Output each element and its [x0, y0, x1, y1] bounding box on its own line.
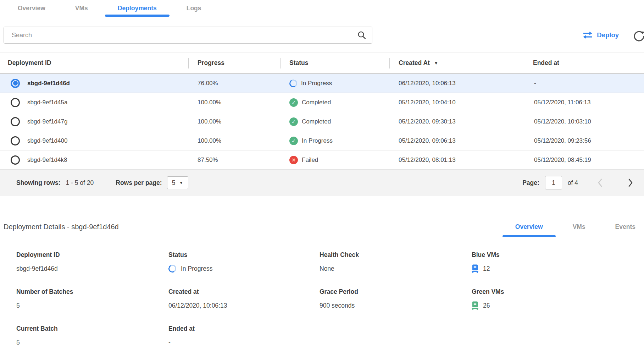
col-deployment-id: Deployment ID [0, 59, 188, 67]
rows-per-page-value: 5 [172, 179, 176, 187]
tab-logs[interactable]: Logs [172, 0, 216, 17]
detail-field: Number of Batches 5 [16, 288, 168, 310]
sort-desc-icon: ▼ [434, 61, 438, 66]
detail-label: Health Check [320, 251, 472, 259]
deployment-id: sbgd-9ef1d400 [27, 137, 67, 144]
spinner-icon [289, 78, 298, 88]
progress-cell: 100.00% [188, 99, 280, 106]
refresh-icon[interactable] [633, 30, 644, 42]
search-input[interactable] [12, 32, 357, 39]
tab-label: Overview [515, 223, 543, 231]
next-page-button[interactable] [626, 177, 635, 189]
detail-label: Grace Period [320, 288, 472, 296]
deployment-id-cell: sbgd-9ef1d47g [0, 117, 188, 126]
vm-icon [472, 264, 478, 273]
deployments-table: Deployment ID Progress Status Created At… [0, 53, 644, 196]
table-row[interactable]: sbgd-9ef1d45a 100.00% ✓ Completed 05/12/… [0, 93, 644, 112]
detail-label: Green VMs [472, 288, 644, 296]
progress-cell: 100.00% [188, 118, 280, 125]
deploy-label: Deploy [597, 31, 619, 39]
status-cell: ✓ Completed [280, 98, 389, 107]
created-at-cell: 05/12/2020, 10:04:10 [389, 99, 524, 106]
tab-label: VMs [573, 223, 585, 231]
detail-field: Deployment ID sbgd-9ef1d46d [16, 251, 168, 273]
chevron-down-icon: ▼ [179, 181, 183, 185]
table-row[interactable]: sbgd-9ef1d47g 100.00% ✓ Completed 05/12/… [0, 112, 644, 131]
showing-rows-label: Showing rows: [16, 179, 60, 187]
table-row[interactable]: sbgd-9ef1d46d 76.00% In Progress 06/12/2… [0, 74, 644, 93]
row-radio[interactable] [11, 117, 20, 126]
status-label: Completed [302, 99, 331, 106]
col-created-at[interactable]: Created At ▼ [389, 59, 524, 67]
deployment-id: sbgd-9ef1d45a [27, 99, 67, 106]
row-radio[interactable] [11, 136, 20, 145]
detail-value: 5 [16, 301, 168, 310]
progress-cell: 76.00% [188, 80, 280, 87]
detail-label: Blue VMs [472, 251, 644, 259]
swap-arrows-icon [582, 31, 593, 39]
tab-label: VMs [75, 5, 88, 12]
table-row[interactable]: sbgd-9ef1d400 100.00% ✓ In Progress 05/1… [0, 131, 644, 150]
pager: Page: of 4 [522, 176, 635, 189]
details-tab-events[interactable]: Events [600, 217, 644, 237]
details-tab-overview[interactable]: Overview [500, 217, 558, 237]
rows-per-page-label: Rows per page: [116, 179, 162, 187]
detail-field: Current Batch 5 [16, 325, 168, 347]
detail-value: 900 seconds [320, 301, 472, 310]
deploy-button[interactable]: Deploy [582, 27, 619, 44]
table-row[interactable]: sbgd-9ef1d4k8 87.50% ✕ Failed 05/12/2020… [0, 150, 644, 170]
details-tab-vms[interactable]: VMs [558, 217, 600, 237]
ended-at-cell: 05/12/2020, 11:06:13 [524, 99, 644, 106]
ended-at-cell: - [524, 80, 644, 87]
detail-value: None [320, 264, 472, 273]
detail-label: Current Batch [16, 325, 168, 332]
detail-value: sbgd-9ef1d46d [16, 264, 168, 273]
deployment-id-cell: sbgd-9ef1d46d [0, 79, 188, 88]
col-status: Status [280, 59, 389, 67]
toolbar: Deploy [4, 27, 640, 44]
row-radio[interactable] [11, 155, 20, 165]
vm-icon [472, 301, 478, 310]
status-cell: In Progress [280, 79, 389, 87]
check-circle-icon: ✓ [289, 137, 298, 145]
detail-value: 26 [472, 301, 644, 310]
status-label: In Progress [301, 80, 332, 87]
detail-label: Created at [168, 288, 320, 296]
deployment-id-cell: sbgd-9ef1d400 [0, 136, 188, 145]
main-tab-bar: OverviewVMsDeploymentsLogs [0, 0, 644, 17]
tab-label: Logs [187, 5, 201, 12]
progress-cell: 87.50% [188, 156, 280, 164]
status-label: Failed [302, 156, 318, 164]
table-header: Deployment ID Progress Status Created At… [0, 53, 644, 74]
page-input[interactable] [545, 176, 562, 189]
row-radio[interactable] [11, 79, 20, 88]
tab-label: Events [615, 223, 635, 231]
search-icon [357, 31, 366, 40]
table-body: sbgd-9ef1d46d 76.00% In Progress 06/12/2… [0, 74, 644, 170]
detail-field: Created at 06/12/2020, 10:06:13 [168, 288, 320, 310]
deployment-id: sbgd-9ef1d4k8 [27, 156, 67, 164]
ended-at-cell: 05/12/2020, 09:23:56 [524, 137, 644, 144]
details-grid: Deployment ID sbgd-9ef1d46d Status In Pr… [0, 251, 644, 347]
prev-page-button[interactable] [596, 177, 604, 189]
tab-overview[interactable]: Overview [3, 0, 60, 17]
detail-value: 12 [472, 264, 644, 273]
detail-value: 5 [16, 338, 168, 347]
tab-vms[interactable]: VMs [60, 0, 103, 17]
created-at-cell: 06/12/2020, 10:06:13 [389, 80, 524, 87]
rows-per-page-select[interactable]: 5 ▼ [167, 176, 188, 189]
tab-label: Overview [18, 5, 45, 12]
search-box[interactable] [4, 27, 372, 44]
detail-label: Ended at [168, 325, 320, 332]
detail-label: Number of Batches [16, 288, 168, 296]
details-tab-bar: OverviewVMsEvents [500, 217, 644, 237]
detail-value: In Progress [168, 264, 320, 273]
check-circle-icon: ✓ [289, 98, 298, 107]
ended-at-cell: 05/12/2020, 10:03:10 [524, 118, 644, 125]
row-radio[interactable] [11, 98, 20, 107]
detail-value: - [168, 338, 320, 347]
tab-deployments[interactable]: Deployments [103, 0, 172, 17]
detail-field: Grace Period 900 seconds [320, 288, 472, 310]
page-total: of 4 [568, 179, 578, 187]
created-at-cell: 05/12/2020, 08:01:13 [389, 156, 524, 164]
